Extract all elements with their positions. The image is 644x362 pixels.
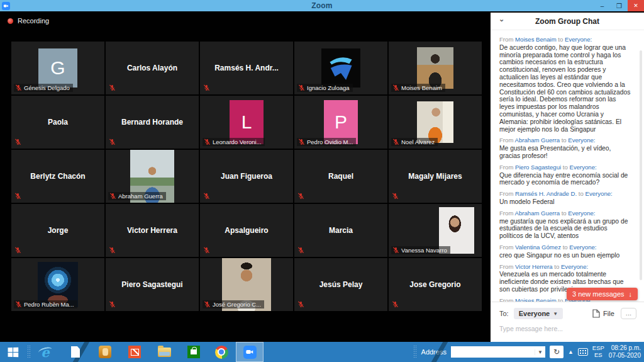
participant-tile[interactable]: Ramsés H. Andr... <box>200 42 293 94</box>
clock-date: 07-05-2020 <box>609 352 641 359</box>
language-indicator[interactable]: ESP ES <box>592 345 604 359</box>
restore-button[interactable]: ❐ <box>611 0 628 11</box>
participant-tile[interactable]: Vanessa Navarro <box>389 204 482 257</box>
from-word: From <box>499 190 515 197</box>
message-text: me gustaría que nos explicará a un grupo… <box>499 218 631 240</box>
chat-panel: ⌄ Zoom Group Chat From Moises Benaim to … <box>491 13 644 342</box>
chat-header: ⌄ Zoom Group Chat <box>491 13 644 30</box>
participant-tile[interactable]: Jesús Pelay <box>294 258 387 311</box>
participant-name: Paola <box>11 96 104 149</box>
muted-mic-icon <box>298 139 305 145</box>
chat-scrollbar[interactable] <box>640 50 642 280</box>
window-titlebar: Zoom – ❐ ✕ <box>0 0 644 11</box>
file-explorer-icon[interactable] <box>153 342 175 362</box>
participant-name-label: Vanessa Navarro <box>391 246 450 254</box>
muted-mic-icon <box>203 84 210 91</box>
participant-name: Jesús Pelay <box>294 258 387 311</box>
participant-name: Marcia <box>294 204 387 257</box>
muted-mic-icon <box>297 193 304 200</box>
message-text: De acuerdo contigo, hay que lograr que u… <box>499 44 631 133</box>
muted-mic-icon <box>109 247 116 254</box>
participant-tile[interactable]: Berlytz Chacón <box>11 150 104 203</box>
chevron-down-icon[interactable]: ▼ <box>535 349 545 355</box>
participant-tile[interactable]: Ignacio Zuloaga <box>294 42 387 94</box>
more-options-button[interactable]: ... <box>621 308 636 319</box>
zoom-camera-icon <box>243 346 257 359</box>
arrow-down-icon: ↓ <box>629 290 633 298</box>
participant-tile[interactable]: Abraham Guerra <box>106 150 199 203</box>
desktop-screen: Zoom – ❐ ✕ Recording G Génesis Delgado C… <box>0 0 644 362</box>
recipient-dropdown[interactable]: Everyone ▼ <box>514 308 563 319</box>
clock[interactable]: 08:26 p.m. 07-05-2020 <box>609 344 641 359</box>
windows-store-icon[interactable] <box>183 342 204 362</box>
new-messages-badge[interactable]: 3 new messages ↓ <box>567 288 638 300</box>
toolbar-grip[interactable] <box>27 345 31 359</box>
participant-tile[interactable]: Pedro Rubèn Ma... <box>11 258 104 311</box>
muted-mic-icon <box>109 139 116 145</box>
go-refresh-button[interactable]: ↻ <box>550 346 564 358</box>
from-word: From <box>499 36 515 43</box>
recording-indicator: Recording <box>8 17 49 25</box>
participant-tile[interactable]: Bernard Horande <box>106 96 199 149</box>
touch-keyboard-icon[interactable] <box>578 348 588 356</box>
minimize-button[interactable]: – <box>594 0 611 11</box>
participant-tile[interactable]: Magaly Mijares <box>389 150 482 203</box>
recipient-name: Everyone: <box>568 210 595 217</box>
participant-tile[interactable]: Juan Figueroa <box>200 150 293 203</box>
hidden-icons-chevron-icon[interactable]: ▲ <box>568 349 574 355</box>
participant-name: Piero Sagastegui <box>106 258 199 311</box>
chat-message: From Valentina Gómez to Everyone: creo q… <box>499 244 631 259</box>
chat-message: From Ramsés H. Andrade D. to Everyone: U… <box>499 190 631 206</box>
participant-tile[interactable]: Jose Gregorio <box>389 258 482 311</box>
taskbar: e Address ▼ ↻ ▲ ESP ES 08:26 p.m <box>0 342 644 362</box>
file-button[interactable]: File <box>592 309 614 318</box>
address-input[interactable]: ▼ <box>451 346 545 358</box>
participant-name-label: Noel Alvarez <box>391 138 438 146</box>
muted-mic-icon <box>392 301 399 308</box>
participant-tile[interactable]: Carlos Alayón <box>106 42 199 94</box>
participant-tile[interactable]: Apsalgueiro <box>200 204 293 257</box>
zoom-taskbar-button[interactable] <box>236 342 264 362</box>
participant-tile[interactable]: Jorge <box>11 204 104 257</box>
participant-name: Victor Herrera <box>106 204 199 257</box>
chat-message: From Abraham Guerra to Everyone: Me gust… <box>499 137 631 159</box>
participant-tile[interactable]: Raquel <box>294 150 387 203</box>
chevron-down-icon[interactable]: ⌄ <box>499 15 504 23</box>
internet-explorer-icon[interactable]: e <box>35 342 56 362</box>
notepad-icon[interactable] <box>65 342 86 362</box>
participant-tile[interactable]: P Pedro Ovidio M... <box>294 96 387 149</box>
chat-message: From Moises Benaim to Everyone: De acuer… <box>499 36 631 133</box>
chrome-icon[interactable] <box>211 342 232 362</box>
participant-tile[interactable]: G Génesis Delgado <box>11 42 104 94</box>
participant-tile[interactable]: Noel Alvarez <box>389 96 482 149</box>
participant-name-label: Moises Benaim <box>391 84 445 92</box>
to-word: to <box>558 36 565 43</box>
office-app-icon[interactable] <box>94 342 116 362</box>
participant-avatar <box>417 101 453 143</box>
recipient-name: Everyone: <box>561 263 588 270</box>
recipient-name: Everyone: <box>586 190 613 197</box>
muted-mic-icon <box>392 193 399 200</box>
participant-tile[interactable]: José Gregorio C... <box>200 258 293 311</box>
participant-tile[interactable]: Victor Herrera <box>106 204 199 257</box>
muted-mic-icon <box>297 301 304 308</box>
start-button[interactable] <box>0 342 25 362</box>
participant-tile[interactable]: L Leonardo Veroni... <box>200 96 293 149</box>
message-input[interactable]: Type message here... <box>499 325 636 332</box>
clock-time: 08:26 p.m. <box>609 344 641 352</box>
toolbar-grip[interactable] <box>413 345 417 359</box>
from-word: From <box>499 210 515 217</box>
participant-tile[interactable]: Piero Sagastegui <box>106 258 199 311</box>
recipient-name: Everyone: <box>569 164 596 171</box>
participant-name: Ignacio Zuloaga <box>307 84 350 91</box>
participant-tile[interactable]: Moises Benaim <box>389 42 482 94</box>
photos-app-icon[interactable] <box>124 342 145 362</box>
participant-tile[interactable]: Marcia <box>294 204 387 257</box>
participant-tile[interactable]: Paola <box>11 96 104 149</box>
muted-mic-icon <box>15 84 22 91</box>
participant-name: Berlytz Chacón <box>11 150 104 203</box>
participant-name: Ramsés H. Andr... <box>200 42 293 94</box>
muted-mic-icon <box>15 301 22 308</box>
close-button[interactable]: ✕ <box>628 0 644 11</box>
to-word: to <box>579 190 586 197</box>
